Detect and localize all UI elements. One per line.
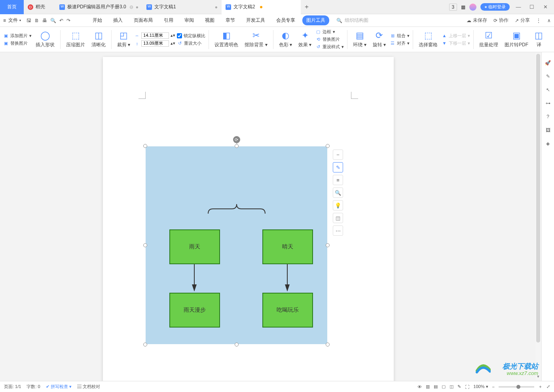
idea-tool[interactable]: 💡 xyxy=(333,200,343,210)
more-tool[interactable]: ⋯ xyxy=(333,225,343,236)
sharpen-button[interactable]: ◫清晰化 xyxy=(89,28,108,51)
add-image-button[interactable]: ▣添加图片 ▾ xyxy=(3,33,32,39)
numeric-indicator[interactable]: 3 xyxy=(449,4,457,11)
tab-picture-tools[interactable]: 图片工具 xyxy=(302,15,329,25)
rocket-icon[interactable]: 🚀 xyxy=(545,60,551,66)
edit-tool[interactable]: ✎ xyxy=(333,162,343,172)
select-pane-button[interactable]: ⬚选择窗格 xyxy=(416,28,440,51)
width-input[interactable] xyxy=(141,32,169,39)
maximize-button[interactable]: ☐ xyxy=(527,4,537,10)
tab-dokke[interactable]: D 稻壳 xyxy=(24,0,55,14)
file-menu[interactable]: 文件 ▾ xyxy=(8,17,21,24)
to-pdf-button[interactable]: ▣图片转PDF xyxy=(502,28,531,51)
tab-layout[interactable]: 页面布局 xyxy=(130,15,157,25)
preview-icon[interactable]: 🔍 xyxy=(50,18,56,23)
zoom-tool[interactable]: 🔍 xyxy=(333,187,343,198)
view-mode-5-icon[interactable]: ✎ xyxy=(457,384,461,389)
stepper-icon[interactable]: ▴▾ xyxy=(171,33,175,38)
settings-icon[interactable]: ⊶ xyxy=(546,100,550,106)
move-down-button[interactable]: ▼下移一层 ▾ xyxy=(442,40,470,46)
vertical-scrollbar[interactable]: ▲ ▼ xyxy=(535,53,541,380)
page-indicator[interactable]: 页面: 1/1 xyxy=(4,384,21,390)
move-up-button[interactable]: ▲上移一层 ▾ xyxy=(442,33,470,39)
word-count[interactable]: 字数: 0 xyxy=(27,384,40,390)
rotate-handle[interactable]: ⟳ xyxy=(233,136,240,143)
color-button[interactable]: ◐色彩 ▾ xyxy=(277,28,294,51)
save-icon[interactable]: 🖫 xyxy=(27,18,31,23)
tab-home[interactable]: 首页 xyxy=(0,0,24,14)
tab-review[interactable]: 审阅 xyxy=(180,15,198,25)
view-mode-2-icon[interactable]: ▤ xyxy=(434,384,438,389)
stepper-icon[interactable]: ▴▾ xyxy=(171,41,175,46)
remove-bg-button[interactable]: ✂抠除背景 ▾ xyxy=(242,28,269,51)
compress-button[interactable]: ⬚压缩图片 xyxy=(64,28,87,51)
undo-icon[interactable]: ↶ xyxy=(59,18,63,23)
tab-insert[interactable]: 插入 xyxy=(109,15,127,25)
zoom-slider[interactable] xyxy=(499,386,534,388)
selected-image[interactable]: ⟳ 雨天 晴天 雨天漫步 吃喝玩乐 − ✎ ≡ 🔍 💡 ◫ ⋯ xyxy=(146,146,327,344)
redo-icon[interactable]: ↷ xyxy=(66,18,70,23)
tab-vip[interactable]: 会员专享 xyxy=(272,15,299,25)
tab-doc2[interactable]: 文字文稿2 xyxy=(222,0,301,14)
tab-doc1[interactable]: 文字文稿1 ● xyxy=(142,0,222,14)
height-input[interactable] xyxy=(141,40,169,47)
insert-shape-button[interactable]: ◯插入形状 xyxy=(33,28,57,51)
effect-button[interactable]: ✦效果 ▾ xyxy=(296,28,314,51)
zoom-out-button[interactable]: − xyxy=(492,384,495,389)
group-button[interactable]: ⊞组合 ▾ xyxy=(390,33,410,39)
print-icon[interactable]: 🖶 xyxy=(42,18,47,23)
spellcheck-button[interactable]: ✔ 拼写检查 ▾ xyxy=(46,384,72,390)
tab-chapter[interactable]: 章节 xyxy=(222,15,239,25)
align-button[interactable]: ☰对齐 ▾ xyxy=(390,40,410,46)
crop-tool[interactable]: ◫ xyxy=(333,213,343,223)
replace-pic-button[interactable]: ⟲替换图片 xyxy=(315,36,344,42)
login-button[interactable]: ● 临时登录 xyxy=(480,3,510,11)
minimize-button[interactable]: — xyxy=(514,4,523,10)
search-box[interactable]: 🔍 组织结构图 xyxy=(336,17,368,24)
share-button[interactable]: ↗分享 xyxy=(515,17,530,24)
crop-button[interactable]: ◰裁剪 ▾ xyxy=(115,28,133,51)
fit-icon[interactable]: ⛶ xyxy=(465,384,469,389)
minus-tool[interactable]: − xyxy=(333,150,343,160)
proofread-button[interactable]: ▤ 文档校对 xyxy=(77,384,100,390)
replace-image-button[interactable]: ▣替换图片 xyxy=(3,40,32,46)
rotate-button[interactable]: ⟳旋转 ▾ xyxy=(370,28,388,51)
tab-reference[interactable]: 引用 xyxy=(160,15,177,25)
help-icon[interactable]: ? xyxy=(546,114,549,119)
close-button[interactable]: ✕ xyxy=(541,4,550,10)
border-button[interactable]: ▢边框 ▾ xyxy=(315,29,344,35)
cursor-icon[interactable]: ↖ xyxy=(546,87,550,93)
zoom-level[interactable]: 100% ▾ xyxy=(473,384,488,389)
view-mode-3-icon[interactable]: ▢ xyxy=(442,384,446,389)
scrollbar-thumb[interactable] xyxy=(536,54,540,343)
pin-icon[interactable]: ⊖ xyxy=(129,4,133,10)
menu-icon[interactable]: ≡ xyxy=(3,18,6,23)
tab-dev[interactable]: 开发工具 xyxy=(242,15,269,25)
collab-button[interactable]: ⟳协作 xyxy=(493,17,508,24)
collapse-ribbon-button[interactable]: ∧ xyxy=(547,18,551,23)
text-tool[interactable]: ≡ xyxy=(333,175,343,185)
new-icon[interactable]: 🗎 xyxy=(34,18,39,23)
avatar-icon[interactable] xyxy=(469,4,476,11)
tab-view[interactable]: 视图 xyxy=(201,15,218,25)
reset-size-button[interactable]: ↺重设大小 xyxy=(177,40,205,46)
wrap-button[interactable]: ▤环绕 ▾ xyxy=(351,28,368,51)
eye-icon[interactable]: 👁 xyxy=(417,384,422,389)
batch-button[interactable]: ☑批量处理 xyxy=(477,28,501,51)
lock-ratio-checkbox[interactable]: 锁定纵横比 xyxy=(177,33,205,39)
zoom-in-button[interactable]: ＋ xyxy=(538,384,543,390)
picture-icon[interactable]: 🖼 xyxy=(546,127,550,133)
view-mode-4-icon[interactable]: ◫ xyxy=(450,384,453,389)
pencil-icon[interactable]: ✎ xyxy=(546,74,550,79)
reset-style-button[interactable]: ↺重设样式 ▾ xyxy=(315,44,344,50)
unsaved-indicator[interactable]: ☁未保存 xyxy=(467,17,487,24)
more-menu[interactable]: ⋮ xyxy=(536,18,541,23)
fullscreen-icon[interactable]: ⤢ xyxy=(546,384,550,389)
view-mode-1-icon[interactable]: ▥ xyxy=(426,384,430,389)
set-transparent-button[interactable]: ◧设置透明色 xyxy=(212,28,241,51)
add-tab-button[interactable]: ＋ xyxy=(301,3,313,11)
tab-start[interactable]: 开始 xyxy=(89,15,106,25)
diamond-icon[interactable]: ◈ xyxy=(546,141,550,146)
translate-button[interactable]: ◫译 xyxy=(532,28,545,51)
apps-icon[interactable]: ▦ xyxy=(461,4,465,10)
